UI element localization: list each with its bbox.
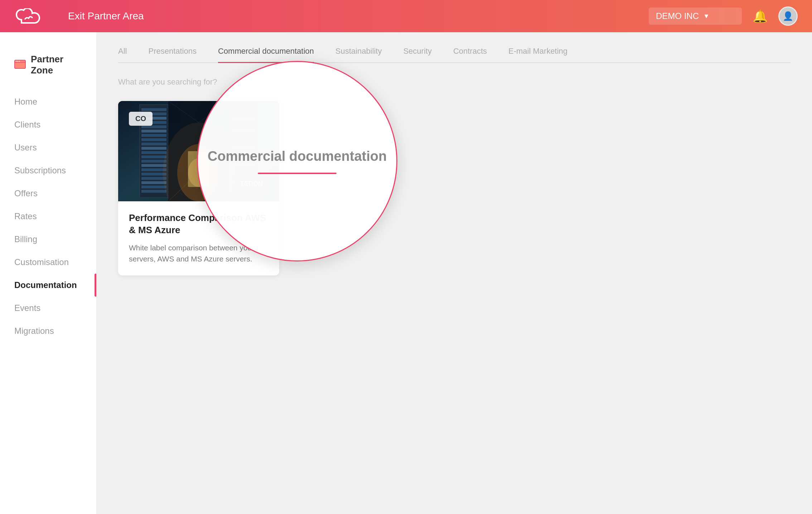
main-content: All Presentations Commercial documentati… — [97, 32, 812, 514]
svg-rect-37 — [231, 138, 256, 141]
card-image-badge: CO — [129, 112, 153, 126]
svg-rect-26 — [141, 186, 166, 188]
svg-rect-43 — [231, 164, 256, 167]
partner-zone-header: Partner Zone — [0, 47, 96, 87]
tab-email-marketing[interactable]: E-mail Marketing — [508, 47, 567, 62]
card-image: CO TATION — [118, 101, 279, 201]
search-bar: What are you searching for? — [118, 77, 791, 87]
svg-rect-23 — [141, 173, 166, 176]
svg-rect-13 — [141, 130, 166, 133]
sidebar-item-subscriptions[interactable]: Subscriptions — [0, 159, 96, 182]
sidebar-item-rates[interactable]: Rates — [0, 205, 96, 228]
svg-rect-32 — [231, 117, 256, 120]
svg-rect-31 — [231, 112, 256, 115]
svg-rect-21 — [141, 164, 166, 167]
company-name: DEMO INC — [656, 11, 699, 21]
tab-sustainability[interactable]: Sustainability — [335, 47, 382, 62]
sidebar-item-documentation[interactable]: Documentation — [0, 274, 96, 297]
svg-point-4 — [19, 61, 20, 62]
card-title: Performance Comparison AWS & MS Azure — [129, 212, 269, 236]
svg-rect-38 — [231, 143, 256, 145]
svg-rect-22 — [141, 168, 166, 171]
tab-presentations[interactable]: Presentations — [148, 47, 197, 62]
svg-rect-39 — [231, 147, 256, 150]
svg-rect-25 — [141, 181, 166, 184]
svg-rect-35 — [231, 130, 256, 133]
svg-rect-34 — [231, 125, 256, 128]
svg-rect-30 — [231, 108, 256, 111]
svg-rect-27 — [141, 190, 166, 193]
company-selector[interactable]: DEMO INC ▼ — [649, 8, 742, 25]
svg-rect-8 — [141, 108, 166, 111]
company-dropdown-arrow: ▼ — [703, 13, 710, 20]
partner-zone-label: Partner Zone — [31, 54, 82, 76]
svg-rect-41 — [231, 155, 256, 158]
layout: Partner Zone Home Clients Users Subscrip… — [0, 32, 812, 514]
svg-rect-54 — [188, 151, 209, 187]
user-avatar[interactable]: 👤 — [778, 6, 798, 26]
tab-all[interactable]: All — [118, 47, 127, 62]
card-description: White label comparison between your serv… — [129, 242, 269, 265]
header: Exit Partner Area DEMO INC ▼ 🔔 👤 — [0, 0, 812, 32]
sidebar-item-billing[interactable]: Billing — [0, 228, 96, 251]
tab-security[interactable]: Security — [403, 47, 431, 62]
svg-rect-12 — [141, 125, 166, 128]
sidebar-item-events[interactable]: Events — [0, 297, 96, 320]
sidebar-item-customisation[interactable]: Customisation — [0, 251, 96, 274]
search-placeholder: What are you searching for? — [118, 77, 217, 86]
svg-rect-18 — [141, 151, 166, 154]
svg-rect-24 — [141, 177, 166, 180]
svg-rect-20 — [141, 160, 166, 163]
logo[interactable] — [14, 7, 47, 25]
header-right: DEMO INC ▼ 🔔 👤 — [649, 6, 798, 26]
svg-rect-40 — [231, 151, 256, 154]
doc-card-performance[interactable]: CO TATION Performance Comparison AWS & M… — [118, 101, 279, 275]
cards-grid: CO TATION Performance Comparison AWS & M… — [118, 101, 791, 275]
notifications-bell-icon[interactable]: 🔔 — [753, 9, 768, 23]
svg-rect-16 — [141, 143, 166, 145]
sidebar-item-users[interactable]: Users — [0, 136, 96, 159]
exit-partner-area-link[interactable]: Exit Partner Area — [68, 10, 144, 22]
sidebar: Partner Zone Home Clients Users Subscrip… — [0, 32, 97, 514]
svg-rect-33 — [231, 121, 256, 124]
svg-rect-17 — [141, 147, 166, 150]
card-image-sublabel: TATION — [235, 177, 269, 191]
svg-point-2 — [16, 61, 17, 62]
svg-point-3 — [17, 61, 18, 62]
svg-rect-45 — [231, 173, 256, 176]
tab-commercial-documentation[interactable]: Commercial documentation — [218, 47, 314, 62]
sidebar-item-home[interactable]: Home — [0, 90, 96, 113]
documentation-tabs: All Presentations Commercial documentati… — [118, 47, 791, 63]
tab-contracts[interactable]: Contracts — [453, 47, 487, 62]
svg-rect-42 — [231, 160, 256, 163]
card-body: Performance Comparison AWS & MS Azure Wh… — [118, 201, 279, 275]
svg-rect-44 — [231, 168, 256, 171]
svg-rect-19 — [141, 155, 166, 158]
sidebar-navigation: Home Clients Users Subscriptions Offers … — [0, 90, 96, 342]
partner-zone-icon — [14, 60, 26, 70]
svg-rect-15 — [141, 138, 166, 141]
sidebar-item-offers[interactable]: Offers — [0, 182, 96, 205]
svg-rect-14 — [141, 134, 166, 137]
svg-rect-36 — [231, 134, 256, 137]
sidebar-item-migrations[interactable]: Migrations — [0, 320, 96, 342]
sidebar-item-clients[interactable]: Clients — [0, 113, 96, 136]
